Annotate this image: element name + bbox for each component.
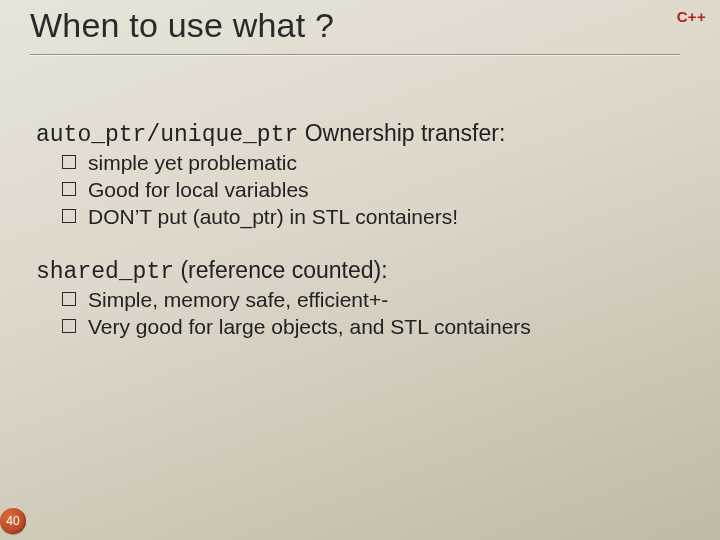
section-heading-shared-ptr: shared_ptr (reference counted): [36, 257, 680, 285]
list-item: Good for local variables [62, 177, 680, 204]
bullet-list: simple yet problematic Good for local va… [62, 150, 680, 231]
list-item: Very good for large objects, and STL con… [62, 314, 680, 341]
slide-title: When to use what ? [30, 6, 334, 45]
bullet-list: Simple, memory safe, efficient+- Very go… [62, 287, 680, 341]
list-item: DON’T put (auto_ptr) in STL containers! [62, 204, 680, 231]
cpp-badge: C++ [677, 8, 706, 25]
code-text: auto_ptr/unique_ptr [36, 122, 298, 148]
slide: C++ When to use what ? auto_ptr/unique_p… [0, 0, 720, 540]
section-heading-auto-ptr: auto_ptr/unique_ptr Ownership transfer: [36, 120, 680, 148]
title-underline [30, 54, 680, 55]
slide-body: auto_ptr/unique_ptr Ownership transfer: … [36, 120, 680, 366]
code-text: shared_ptr [36, 259, 174, 285]
list-item: simple yet problematic [62, 150, 680, 177]
heading-rest: (reference counted): [174, 257, 388, 283]
page-number-badge: 40 [0, 508, 26, 534]
heading-rest: Ownership transfer: [298, 120, 505, 146]
list-item: Simple, memory safe, efficient+- [62, 287, 680, 314]
